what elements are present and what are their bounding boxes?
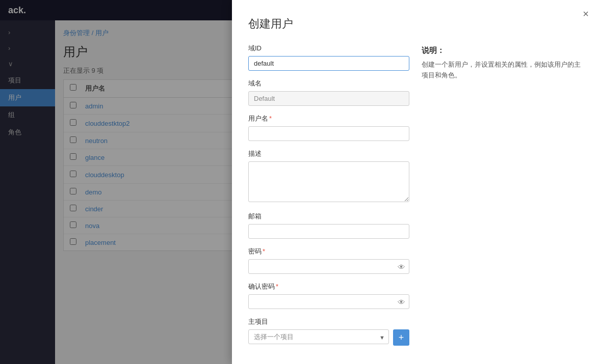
form-group-domainname: 域名 [248, 79, 409, 106]
modal-title: 创建用户 [248, 16, 583, 32]
description-title: 说明： [422, 46, 583, 55]
username-required: * [269, 115, 272, 122]
username-input[interactable] [248, 126, 409, 141]
form-group-desc: 描述 [248, 149, 409, 204]
confirm-label: 确认密码* [248, 282, 409, 291]
email-label: 邮箱 [248, 212, 409, 221]
project-select-wrapper: 选择一个项目 ▼ [248, 329, 389, 346]
modal-body: 域ID 域名 用户名* 描述 [248, 44, 583, 354]
confirm-input[interactable] [248, 294, 409, 309]
project-select[interactable]: 选择一个项目 [248, 329, 389, 344]
domainname-input [248, 91, 409, 106]
create-user-modal: × 创建用户 域ID 域名 用户名* [232, 0, 599, 364]
form-group-password: 密码* 👁 [248, 247, 409, 274]
form-group-confirm: 确认密码* 👁 [248, 282, 409, 309]
password-wrapper: 👁 [248, 259, 409, 274]
desc-label: 描述 [248, 149, 409, 158]
password-input[interactable] [248, 259, 409, 274]
confirm-required: * [276, 283, 278, 290]
confirm-wrapper: 👁 [248, 294, 409, 309]
domainid-input[interactable] [248, 56, 409, 71]
modal-close-button[interactable]: × [583, 8, 589, 20]
form-group-email: 邮箱 [248, 212, 409, 239]
password-required: * [263, 247, 265, 255]
username-label: 用户名* [248, 114, 409, 123]
project-label: 主项目 [248, 317, 409, 326]
password-eye-icon[interactable]: 👁 [398, 262, 405, 271]
add-project-button[interactable]: + [393, 329, 409, 346]
desc-textarea[interactable] [248, 161, 409, 202]
description-section: 说明： 创建一个新用户，并设置相关的属性，例如该用户的主项目和角色。 [422, 44, 583, 354]
confirm-eye-icon[interactable]: 👁 [398, 297, 405, 306]
description-text: 创建一个新用户，并设置相关的属性，例如该用户的主项目和角色。 [422, 60, 583, 81]
project-row: 选择一个项目 ▼ + [248, 329, 409, 346]
domainid-label: 域ID [248, 44, 409, 53]
form-section: 域ID 域名 用户名* 描述 [248, 44, 409, 354]
form-group-username: 用户名* [248, 114, 409, 141]
password-label: 密码* [248, 247, 409, 256]
form-group-project: 主项目 选择一个项目 ▼ + [248, 317, 409, 346]
form-group-domainid: 域ID [248, 44, 409, 71]
email-input[interactable] [248, 224, 409, 239]
modal-overlay: × 创建用户 域ID 域名 用户名* [0, 0, 599, 364]
domainname-label: 域名 [248, 79, 409, 88]
